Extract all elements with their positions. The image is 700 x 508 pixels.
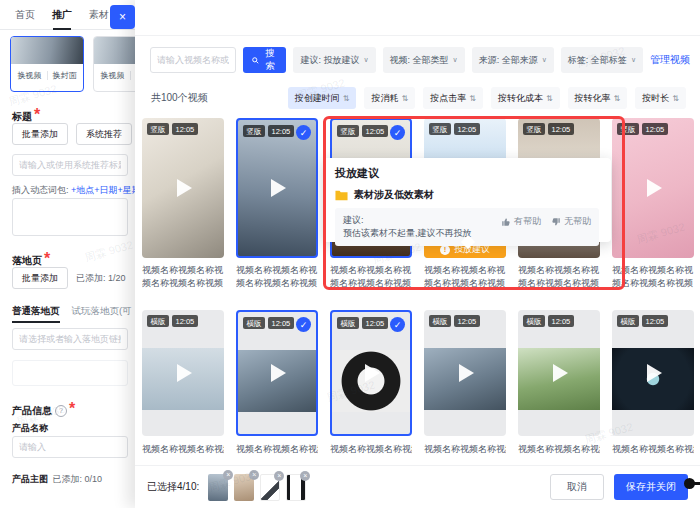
duration-badge: 12:05 <box>362 317 388 329</box>
duration-badge: 12:05 <box>548 315 574 327</box>
sort-label: 按创建时间 <box>295 92 340 105</box>
video-card[interactable]: 横版12:05✓视频名称视频名称视频名 <box>236 310 318 456</box>
badge-group: 竖版12:05 <box>147 123 198 135</box>
sort-pill[interactable]: 按点击率⇅ <box>423 87 483 109</box>
landing-url-input[interactable] <box>12 328 128 350</box>
video-name: 视频名称视频名称视频名称视频名称视频名 <box>330 264 412 290</box>
feedback-row: 有帮助 无帮助 <box>501 214 591 240</box>
play-icon <box>647 179 662 197</box>
sort-pill[interactable]: 按转化率⇅ <box>568 87 628 109</box>
folder-icon <box>335 190 348 201</box>
sort-pill[interactable]: 按转化成本⇅ <box>491 87 560 109</box>
product-name-input[interactable] <box>12 436 128 458</box>
save-close-button[interactable]: 保存并关闭 <box>614 474 688 500</box>
video-name: 视频名称视频名称视频名 <box>236 443 318 456</box>
change-cover-button[interactable]: 换封面 <box>53 70 77 81</box>
video-card[interactable]: 横版12:05视频名称视频名称视频名 <box>518 310 600 456</box>
tab-normal-landing[interactable]: 普通落地页 <box>12 305 60 318</box>
video-name: 视频名称视频名称视频名称视频名称视频名... <box>236 264 318 290</box>
help-icon[interactable]: ? <box>55 405 67 417</box>
tooltip-tag-label: 素材涉及低效素材 <box>354 188 434 202</box>
filter-dropdown-1[interactable]: 建议: 投放建议∨ <box>293 47 375 73</box>
sort-pill[interactable]: 按消耗⇅ <box>364 87 415 109</box>
close-icon[interactable]: × <box>110 5 135 29</box>
search-button[interactable]: 搜索 <box>243 47 286 73</box>
batch-add-landing-button[interactable]: 批量添加 <box>12 267 68 289</box>
video-card[interactable]: 竖版12:05✓视频名称视频名称视频名称视频名称视频名... <box>236 118 318 290</box>
search-button-label: 搜索 <box>263 47 278 73</box>
manage-videos-link[interactable]: 管理视频 <box>650 53 690 67</box>
video-count: 共100个视频 <box>151 91 208 105</box>
divider <box>130 71 131 80</box>
product-image-count: 已添加: 0/10 <box>52 474 102 484</box>
video-card[interactable]: 竖版12:05视频名称视频名称视频名称视频名称视频名... <box>612 118 694 290</box>
video-card[interactable]: 横版12:05✓视频名称视频名称视频名 <box>330 310 412 456</box>
app: 首页推广素材 换视频换封面换视频换封面 标题* 批量添加 系统推荐 插入动态词包… <box>0 0 700 508</box>
duration-badge: 12:05 <box>642 315 668 327</box>
change-video-button[interactable]: 换视频 <box>101 70 125 81</box>
nav-tab-3[interactable]: 素材 <box>89 8 109 22</box>
selected-video-thumb: × <box>286 474 306 501</box>
sort-pill[interactable]: 按创建时间⇅ <box>288 87 357 109</box>
search-input[interactable] <box>150 47 236 73</box>
title-extra-box[interactable] <box>12 198 128 236</box>
count-sort-row: 共100个视频 按创建时间⇅按消耗⇅按点击率⇅按转化成本⇅按转化率⇅按时长⇅ <box>151 87 686 109</box>
product-name-label: 产品名称 <box>12 422 48 435</box>
creative-actions: 换视频换封面 <box>94 64 135 87</box>
creative-thumbnail <box>11 37 83 64</box>
tab-playable-landing[interactable]: 试玩落地页(可 <box>72 305 132 318</box>
change-video-button[interactable]: 换视频 <box>18 70 42 81</box>
thumb-down-icon <box>551 217 561 227</box>
sort-label: 按消耗 <box>371 92 398 105</box>
title-label: 标题 <box>12 111 32 122</box>
filter-dropdown-2[interactable]: 视频: 全部类型∨ <box>383 47 465 73</box>
sort-pills: 按创建时间⇅按消耗⇅按点击率⇅按转化成本⇅按转化率⇅按时长⇅ <box>288 87 686 109</box>
video-thumbnail: 竖版12:05 <box>612 118 694 258</box>
remove-icon[interactable]: × <box>223 470 233 480</box>
creative-video-card[interactable]: 换视频换封面 <box>10 36 84 92</box>
duration-badge: 12:05 <box>642 123 668 135</box>
video-name: 视频名称视频名称视频名称视频名称视频名 <box>518 264 600 290</box>
filter-row: 搜索 建议: 投放建议∨视频: 全部类型∨来源: 全部来源∨标签: 全部标签∨ … <box>150 47 690 73</box>
tooltip-tag-row: 素材涉及低效素材 <box>335 188 599 202</box>
sort-label: 按点击率 <box>430 92 466 105</box>
orientation-badge: 横版 <box>429 315 451 327</box>
nav-tab-2[interactable]: 推广 <box>52 8 72 22</box>
filter-dropdown-4[interactable]: 标签: 全部标签∨ <box>561 47 643 73</box>
video-card[interactable]: 横版12:05视频名称视频名称视频名 <box>612 310 694 456</box>
sort-pill[interactable]: 按时长⇅ <box>635 87 686 109</box>
cancel-button[interactable]: 取消 <box>550 474 604 500</box>
remove-icon[interactable]: × <box>300 471 310 481</box>
video-card[interactable]: 竖版12:05视频名称视频名称视频名称视频名称视频名... <box>142 118 224 290</box>
remove-icon[interactable]: × <box>249 470 259 480</box>
remove-icon[interactable]: × <box>274 471 284 481</box>
selected-video-thumb: × <box>208 474 228 501</box>
video-select-modal: 搜索 建议: 投放建议∨视频: 全部类型∨来源: 全部来源∨标签: 全部标签∨ … <box>135 0 700 508</box>
filter-dropdown-3[interactable]: 来源: 全部来源∨ <box>472 47 554 73</box>
play-icon <box>647 364 662 382</box>
system-recommend-button[interactable]: 系统推荐 <box>76 123 132 145</box>
creative-video-cards: 换视频换封面换视频换封面 <box>10 36 135 92</box>
selected-count: 已选择4/10: <box>147 480 199 494</box>
video-card[interactable]: 横版12:05视频名称视频名称视频名 <box>142 310 224 456</box>
creative-video-card[interactable]: 换视频换封面 <box>93 36 135 92</box>
video-card[interactable]: 横版12:05视频名称视频名称视频名 <box>424 310 506 456</box>
badge-group: 竖版12:05 <box>243 125 294 137</box>
badge-group: 竖版12:05 <box>617 123 668 135</box>
required-asterisk: * <box>44 250 50 267</box>
dynamic-words-links[interactable]: +地点+日期+星期+… <box>71 185 135 195</box>
campaign-edit-panel: 首页推广素材 换视频换封面换视频换封面 标题* 批量添加 系统推荐 插入动态词包… <box>0 0 135 508</box>
not-helpful-button[interactable]: 无帮助 <box>551 215 591 228</box>
selected-check-icon: ✓ <box>390 317 405 332</box>
helpful-button[interactable]: 有帮助 <box>501 215 541 228</box>
badge-group: 竖版12:05 <box>523 123 574 135</box>
not-helpful-label: 无帮助 <box>564 215 591 228</box>
video-thumbnail: 横版12:05 <box>612 310 694 436</box>
advice-label: 建议: <box>343 214 501 227</box>
sort-arrows-icon: ⇅ <box>614 94 621 103</box>
batch-add-title-button[interactable]: 批量添加 <box>12 123 68 145</box>
creative-thumbnail <box>94 37 135 64</box>
title-input[interactable] <box>12 154 128 176</box>
filter-label: 建议: 投放建议 <box>300 54 359 67</box>
nav-tab-1[interactable]: 首页 <box>15 8 35 22</box>
